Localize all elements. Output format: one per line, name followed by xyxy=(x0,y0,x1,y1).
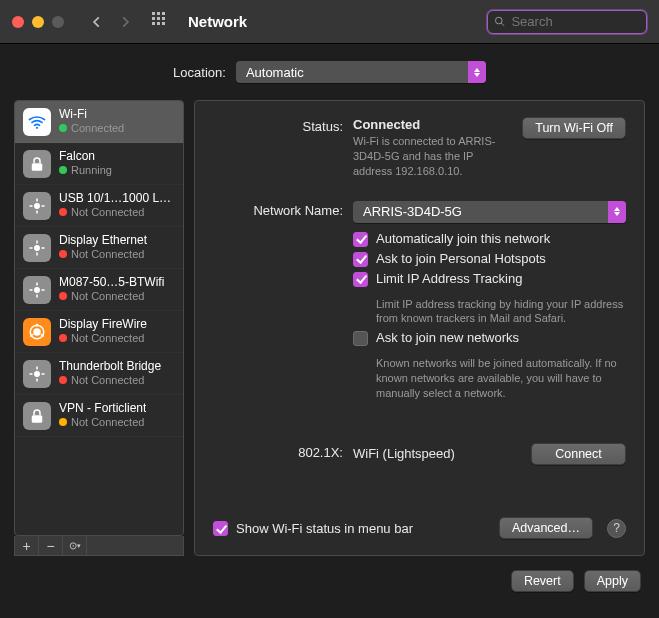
apply-button[interactable]: Apply xyxy=(584,570,641,592)
svg-point-11 xyxy=(36,126,38,128)
auto-join-checkbox[interactable] xyxy=(353,232,368,247)
revert-button[interactable]: Revert xyxy=(511,570,574,592)
svg-rect-8 xyxy=(162,22,165,25)
sidebar-item-name: M087-50…5-BTWifi xyxy=(59,276,164,290)
location-row: Location: Automatic xyxy=(0,44,659,100)
network-name-select[interactable]: ARRIS-3D4D-5G xyxy=(353,201,626,223)
show-status-bar-checkbox[interactable] xyxy=(213,521,228,536)
search-icon xyxy=(494,15,505,28)
titlebar: Network xyxy=(0,0,659,44)
search-field[interactable] xyxy=(487,10,647,34)
network-list-controls: + − ⊙▾ xyxy=(14,536,184,556)
network-list: Wi-FiConnectedFalconRunningUSB 10/1…1000… xyxy=(14,100,184,536)
sidebar-item-name: Falcon xyxy=(59,150,112,164)
svg-point-18 xyxy=(35,245,40,250)
eth-icon xyxy=(23,234,51,262)
svg-rect-38 xyxy=(32,415,43,423)
window-title: Network xyxy=(188,13,247,30)
svg-point-28 xyxy=(34,329,40,335)
sidebar-item-thunderbolt-bridge[interactable]: Thunderbolt BridgeNot Connected xyxy=(15,353,183,395)
dot1x-label: 802.1X: xyxy=(213,443,343,465)
sidebar-item-name: Wi-Fi xyxy=(59,108,124,122)
remove-network-button[interactable]: − xyxy=(39,536,63,555)
add-network-button[interactable]: + xyxy=(15,536,39,555)
status-dot-icon xyxy=(59,292,67,300)
svg-point-33 xyxy=(35,371,40,376)
network-actions-button[interactable]: ⊙▾ xyxy=(63,536,87,555)
sidebar-item-status: Not Connected xyxy=(71,374,144,387)
svg-rect-12 xyxy=(32,163,43,171)
zoom-window-button[interactable] xyxy=(52,16,64,28)
minimize-window-button[interactable] xyxy=(32,16,44,28)
sidebar-item-name: USB 10/1…1000 LAN xyxy=(59,192,175,206)
sidebar-item-status: Not Connected xyxy=(71,206,144,219)
sidebar-item-falcon[interactable]: FalconRunning xyxy=(15,143,183,185)
sidebar-item-vpn-forticlient[interactable]: VPN - ForticlientNot Connected xyxy=(15,395,183,437)
svg-rect-3 xyxy=(152,17,155,20)
svg-rect-0 xyxy=(152,12,155,15)
status-dot-icon xyxy=(59,208,67,216)
select-stepper-icon xyxy=(608,201,626,223)
status-dot-icon xyxy=(59,250,67,258)
show-all-icon[interactable] xyxy=(152,12,168,31)
network-name-value: ARRIS-3D4D-5G xyxy=(363,204,462,219)
select-stepper-icon xyxy=(468,61,486,83)
auto-join-label: Automatically join this network xyxy=(376,231,550,246)
personal-hotspots-label: Ask to join Personal Hotspots xyxy=(376,251,546,266)
sidebar-item-name: VPN - Forticlient xyxy=(59,402,146,416)
lock-icon xyxy=(23,402,51,430)
svg-rect-4 xyxy=(157,17,160,20)
eth-icon xyxy=(23,276,51,304)
status-dot-icon xyxy=(59,376,67,384)
location-label: Location: xyxy=(173,65,226,80)
search-input[interactable] xyxy=(511,14,640,29)
personal-hotspots-checkbox[interactable] xyxy=(353,252,368,267)
eth-icon xyxy=(23,360,51,388)
svg-point-9 xyxy=(495,17,502,24)
sidebar-item-name: Display Ethernet xyxy=(59,234,147,248)
back-button[interactable] xyxy=(90,15,104,29)
status-label: Status: xyxy=(213,117,343,179)
forward-button[interactable] xyxy=(118,15,132,29)
sidebar-item-display-firewire[interactable]: Display FireWireNot Connected xyxy=(15,311,183,353)
svg-point-13 xyxy=(35,203,40,208)
status-dot-icon xyxy=(59,124,67,132)
location-select[interactable]: Automatic xyxy=(236,61,486,83)
sidebar-item-name: Thunderbolt Bridge xyxy=(59,360,161,374)
sidebar-item-m087-50-5-btwifi[interactable]: M087-50…5-BTWifiNot Connected xyxy=(15,269,183,311)
sidebar-item-usb-10-1-1000-lan[interactable]: USB 10/1…1000 LANNot Connected xyxy=(15,185,183,227)
location-select-value: Automatic xyxy=(246,65,304,80)
status-dot-icon xyxy=(59,334,67,342)
eth-icon xyxy=(23,192,51,220)
ask-new-networks-label: Ask to join new networks xyxy=(376,330,519,346)
sidebar-item-display-ethernet[interactable]: Display EthernetNot Connected xyxy=(15,227,183,269)
svg-rect-5 xyxy=(162,17,165,20)
details-pane: Status: Connected Wi-Fi is connected to … xyxy=(194,100,645,556)
sidebar-item-wi-fi[interactable]: Wi-FiConnected xyxy=(15,101,183,143)
svg-point-23 xyxy=(35,287,40,292)
status-dot-icon xyxy=(59,166,67,174)
limit-tracking-checkbox[interactable] xyxy=(353,272,368,287)
svg-rect-7 xyxy=(157,22,160,25)
sidebar-item-status: Not Connected xyxy=(71,290,144,303)
fw-icon xyxy=(23,318,51,346)
advanced-button[interactable]: Advanced… xyxy=(499,517,593,539)
ask-new-networks-description: Known networks will be joined automatica… xyxy=(376,356,626,401)
window-traffic-lights xyxy=(12,16,64,28)
ask-new-networks-checkbox[interactable] xyxy=(353,331,368,346)
svg-line-10 xyxy=(501,23,504,26)
status-value: Connected xyxy=(353,117,510,132)
wifi-icon xyxy=(23,108,51,136)
help-button[interactable]: ? xyxy=(607,519,626,538)
svg-rect-1 xyxy=(157,12,160,15)
show-status-bar-label: Show Wi-Fi status in menu bar xyxy=(236,521,413,536)
close-window-button[interactable] xyxy=(12,16,24,28)
lock-icon xyxy=(23,150,51,178)
network-name-label: Network Name: xyxy=(213,201,343,405)
sidebar-item-status: Not Connected xyxy=(71,416,144,429)
sidebar-item-status: Not Connected xyxy=(71,248,144,261)
turn-wifi-off-button[interactable]: Turn Wi-Fi Off xyxy=(522,117,626,139)
status-description: Wi-Fi is connected to ARRIS-3D4D-5G and … xyxy=(353,134,510,179)
svg-rect-6 xyxy=(152,22,155,25)
dot1x-connect-button[interactable]: Connect xyxy=(531,443,626,465)
